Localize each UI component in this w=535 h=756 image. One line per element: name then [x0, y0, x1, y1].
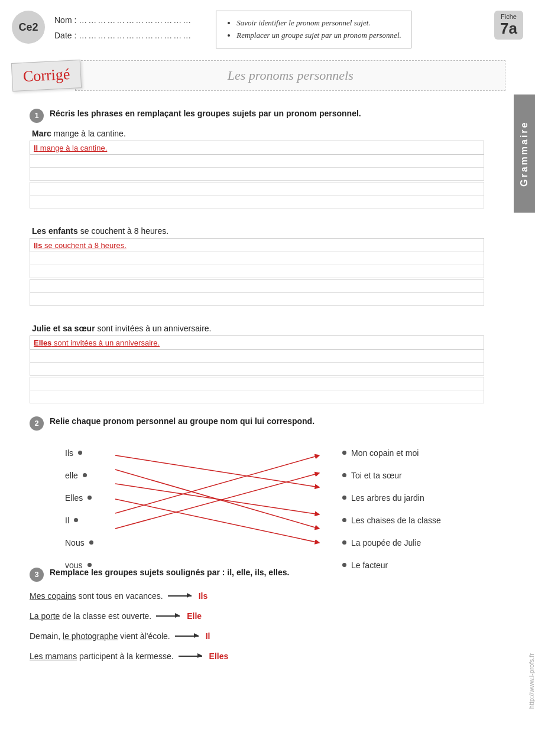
answer-row-3: Elles sont invitées à un anniversaire. — [30, 335, 484, 349]
sentence-subject-3: Julie et sa sœur — [32, 324, 95, 333]
ex3-arrow-4 — [179, 656, 202, 657]
svg-line-3 — [115, 499, 319, 543]
grammaire-side-label: Grammaire — [514, 94, 535, 213]
corrige-tag: Corrigé — [11, 60, 82, 92]
date-field: Date : ……………………………… — [54, 31, 192, 40]
writing-grid-3: Elles sont invitées à un anniversaire. — [30, 335, 484, 376]
arrow-line-3 — [175, 636, 199, 637]
ex3-subject-3: le photographe — [63, 631, 118, 641]
answer-cell-2: Ils se couchent à 8 heures. — [30, 238, 484, 252]
empty-row-1a — [30, 154, 484, 167]
exercise-2-header: 2 Relie chaque pronom personnel au group… — [30, 415, 484, 431]
writing-grid-1: Il mange à la cantine. — [30, 141, 484, 181]
fiche-number: 7a — [500, 20, 517, 37]
ce2-badge: Ce2 — [12, 11, 45, 44]
answer-row-1: Il mange à la cantine. — [30, 141, 484, 154]
corrige-section: Corrigé Les pronoms personnels — [12, 60, 505, 91]
writing-grid-2: Ils se couchent à 8 heures. — [30, 238, 484, 278]
ex3-arrow-1 — [168, 595, 192, 597]
ex3-sentence-1: Mes copains sont tous en vacances. Ils — [30, 591, 484, 601]
empty-row-3b — [30, 362, 484, 375]
sentence-prompt-1: Marc mange à la cantine. — [30, 129, 484, 138]
arrow-line-4 — [179, 656, 202, 657]
svg-line-4 — [115, 455, 319, 513]
empty-row-1b — [30, 167, 484, 180]
match-left-5: vous — [65, 561, 112, 570]
svg-line-2 — [115, 484, 319, 514]
ex3-answer-4: Elles — [209, 651, 229, 661]
fiche-badge: Fiche 7a — [494, 11, 523, 40]
main-content: 1 Récris les phrases en remplaçant les g… — [0, 91, 514, 683]
blank-grid-3 — [30, 377, 484, 403]
blank-grid-1 — [30, 182, 484, 208]
exercise-3-number: 3 — [30, 568, 44, 582]
ex3-sentence-2: La porte de la classe est ouverte. Elle — [30, 611, 484, 621]
empty-row-3a — [30, 349, 484, 362]
objective-1: Savoir identifier le pronom personnel su… — [236, 17, 401, 30]
arrow-line-2 — [156, 615, 180, 617]
exercise-1-header: 1 Récris les phrases en remplaçant les g… — [30, 107, 484, 123]
sentence-subject-1: Marc — [32, 129, 51, 138]
empty-row-2b — [30, 265, 484, 278]
ex3-arrow-2 — [156, 615, 180, 617]
ex3-answer-3: Il — [206, 631, 210, 641]
answer-cell-1: Il mange à la cantine. — [30, 141, 484, 154]
arrow-line-1 — [168, 595, 192, 597]
dot-left-5 — [87, 563, 92, 567]
ex3-subject-1: Mes copains — [30, 591, 76, 601]
nom-field: Nom : ……………………………… — [54, 15, 192, 25]
exercise-2-number: 2 — [30, 416, 44, 431]
header: Ce2 Nom : ……………………………… Date : …………………………… — [0, 0, 535, 54]
ex3-answer-1: Ils — [199, 591, 208, 601]
blank-grid-2 — [30, 279, 484, 306]
sentence-group-3: Julie et sa sœur sont invitées à un anni… — [30, 324, 484, 403]
ex3-arrow-3 — [175, 636, 199, 637]
match-right-5: Le facteur — [342, 561, 461, 570]
sentence-prompt-2: Les enfants se couchent à 8 heures. — [30, 226, 484, 236]
nom-date: Nom : ……………………………… Date : ……………………………… — [54, 15, 192, 46]
svg-line-5 — [115, 473, 319, 529]
ex3-sentence-3: Demain, le photographe vient àl'école. I… — [30, 631, 484, 641]
svg-line-0 — [115, 455, 319, 487]
page-title: Les pronoms personnels — [75, 60, 505, 91]
sentence-group-2: Les enfants se couchent à 8 heures. Ils … — [30, 226, 484, 306]
matching-section: Ils elle Elles Il Nous — [30, 436, 484, 555]
dot-right-5 — [342, 563, 346, 567]
sentence-group-1: Marc mange à la cantine. Il mange à la c… — [30, 129, 484, 208]
ex3-answer-2: Elle — [187, 611, 202, 621]
objectives-list: Savoir identifier le pronom personnel su… — [226, 17, 401, 42]
ex3-sentence-4: Les mamans participent à la kermesse. El… — [30, 651, 484, 661]
watermark: http://www.i-profs.fr — [526, 653, 535, 709]
exercise-1-title: Récris les phrases en remplaçant les gro… — [50, 107, 361, 120]
empty-row-2a — [30, 252, 484, 265]
answer-row-2: Ils se couchent à 8 heures. — [30, 238, 484, 252]
ex3-subject-4: Les mamans — [30, 651, 77, 661]
matching-connections-svg — [30, 442, 484, 561]
ex3-sentences: Mes copains sont tous en vacances. Ils L… — [30, 591, 484, 661]
exercise-1-number: 1 — [30, 109, 44, 123]
ex3-subject-2: La porte — [30, 611, 60, 621]
answer-cell-3: Elles sont invitées à un anniversaire. — [30, 335, 484, 349]
sentence-prompt-3: Julie et sa sœur sont invitées à un anni… — [30, 324, 484, 333]
exercise-2-title: Relie chaque pronom personnel au groupe … — [50, 415, 314, 428]
objective-2: Remplacer un groupe sujet par un pronom … — [236, 30, 401, 42]
sentence-subject-2: Les enfants — [32, 226, 78, 236]
objectives-box: Savoir identifier le pronom personnel su… — [216, 11, 411, 48]
